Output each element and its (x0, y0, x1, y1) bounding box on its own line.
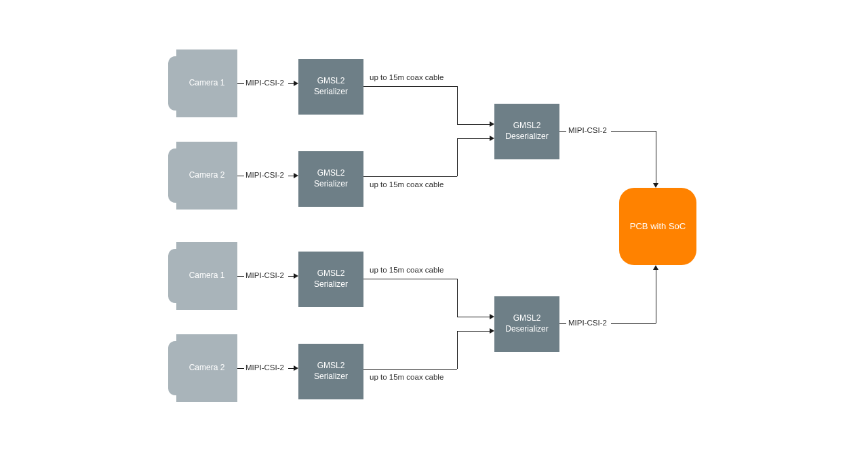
connector-label: MIPI-CSI-2 (245, 363, 284, 372)
arrowhead-up (653, 265, 658, 270)
camera-label: Camera 1 (189, 78, 225, 89)
serializer-block: GMSL2 Serializer (298, 252, 363, 307)
serializer-label: GMSL2 Serializer (314, 168, 348, 189)
soc-block: PCB with SoC (619, 188, 696, 265)
connector-line (457, 331, 490, 332)
connector-line (457, 331, 458, 369)
connector-line (656, 270, 656, 323)
connector-line (457, 124, 490, 125)
connector-line (237, 176, 244, 176)
camera-label: Camera 2 (189, 170, 225, 181)
serializer-label: GMSL2 Serializer (314, 76, 348, 97)
camera-block: Camera 1 (176, 242, 237, 310)
arrowhead-right (490, 328, 494, 334)
deserializer-label: GMSL2 Deserializer (505, 313, 548, 334)
serializer-block: GMSL2 Serializer (298, 59, 363, 115)
arrowhead-right (294, 365, 298, 371)
arrowhead-right (294, 81, 298, 86)
deserializer-label: GMSL2 Deserializer (505, 121, 548, 142)
connector-label: MIPI-CSI-2 (568, 126, 607, 134)
soc-label: PCB with SoC (630, 221, 686, 233)
connector-line (457, 317, 490, 317)
connector-line (363, 86, 457, 87)
connector-label: up to 15m coax cable (370, 266, 443, 274)
connector-line (237, 83, 244, 84)
connector-line (237, 276, 244, 277)
arrowhead-down (653, 183, 658, 188)
serializer-label: GMSL2 Serializer (314, 361, 348, 382)
connector-label: MIPI-CSI-2 (245, 271, 284, 279)
arrowhead-right (490, 136, 494, 141)
serializer-label: GMSL2 Serializer (314, 269, 348, 290)
connector-line (457, 138, 458, 176)
arrowhead-right (294, 273, 298, 279)
connector-label: MIPI-CSI-2 (245, 79, 284, 87)
connector-label: MIPI-CSI-2 (245, 171, 284, 179)
camera-block: Camera 2 (176, 334, 237, 402)
connector-line (457, 138, 490, 139)
camera-label: Camera 2 (189, 363, 225, 374)
connector-line (559, 131, 566, 132)
connector-line (457, 86, 458, 124)
serializer-block: GMSL2 Serializer (298, 344, 363, 399)
deserializer-block: GMSL2 Deserializer (494, 296, 559, 352)
serializer-block: GMSL2 Serializer (298, 151, 363, 207)
connector-line (611, 323, 656, 324)
connector-line (363, 176, 457, 177)
arrowhead-right (294, 173, 298, 178)
connector-label: up to 15m coax cable (370, 373, 443, 381)
connector-line (237, 368, 244, 369)
connector-line (559, 323, 566, 324)
arrowhead-right (490, 314, 494, 319)
arrowhead-right (490, 121, 494, 127)
connector-label: MIPI-CSI-2 (568, 319, 607, 327)
connector-line (457, 279, 458, 317)
connector-line (288, 176, 294, 176)
camera-block: Camera 2 (176, 142, 237, 210)
connector-line (363, 279, 457, 279)
connector-line (363, 369, 457, 370)
connector-line (288, 368, 294, 369)
connector-line (611, 131, 656, 132)
connector-line (288, 276, 294, 277)
connector-line (288, 83, 294, 84)
connector-line (656, 131, 656, 183)
camera-label: Camera 1 (189, 271, 225, 281)
connector-label: up to 15m coax cable (370, 180, 443, 188)
connector-label: up to 15m coax cable (370, 73, 443, 81)
camera-block: Camera 1 (176, 49, 237, 117)
deserializer-block: GMSL2 Deserializer (494, 104, 559, 159)
